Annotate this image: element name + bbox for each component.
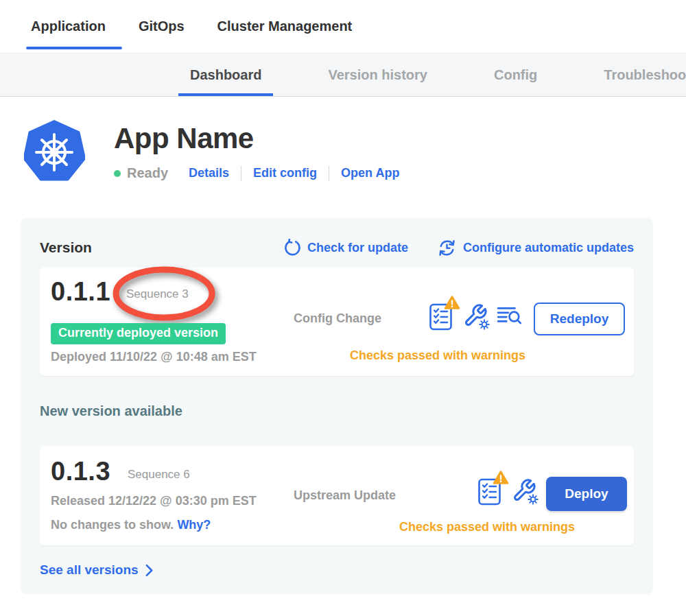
gear-icon (527, 493, 539, 506)
tab-application-label: Application (31, 19, 106, 34)
app-sub-nav: Dashboard Version history Config Trouble… (0, 53, 686, 97)
next-version-sequence: Sequence 6 (128, 468, 190, 482)
released-timestamp: Released 12/12/22 @ 03:30 pm EST (51, 494, 257, 508)
version-source-label: Upstream Update (294, 488, 396, 503)
page-title: App Name (114, 124, 399, 153)
preflight-status-text: Checks passed with warnings (399, 520, 575, 534)
preflight-checks-button[interactable] (428, 300, 454, 334)
status-dot-icon (114, 170, 121, 177)
check-for-update-link[interactable]: Check for update (283, 239, 408, 257)
configure-automatic-updates-link[interactable]: Configure automatic updates (437, 238, 634, 258)
new-version-heading: New version available (40, 403, 634, 420)
divider (241, 166, 241, 181)
tab-dashboard[interactable]: Dashboard (190, 54, 261, 96)
app-header: App Name Ready Details Edit config Open … (24, 120, 686, 183)
tab-troubleshoot-label: Troubleshoot (604, 67, 686, 83)
version-panel-header: Version Check for update (40, 237, 634, 258)
tab-version-history-label: Version history (328, 67, 427, 83)
tab-version-history[interactable]: Version history (328, 54, 427, 96)
tab-application[interactable]: Application (31, 0, 106, 53)
deployed-version-badge: Currently deployed version (51, 323, 226, 344)
next-version-number: 0.1.3 (51, 457, 110, 486)
deployed-timestamp: Deployed 11/10/22 @ 10:48 am EST (51, 350, 257, 364)
auto-update-clock-icon (437, 238, 457, 258)
see-all-versions-label: See all versions (40, 562, 139, 578)
edit-config-link[interactable]: Edit config (253, 166, 317, 180)
chevron-right-icon (145, 564, 153, 577)
current-version-number: 0.1.1 (51, 277, 110, 307)
tab-config[interactable]: Config (494, 54, 537, 96)
no-changes-text: No changes to show. Why? (51, 518, 211, 532)
tab-config-label: Config (494, 67, 537, 83)
tab-cluster-management[interactable]: Cluster Management (217, 0, 353, 53)
why-link[interactable]: Why? (177, 518, 211, 532)
current-version-card: 0.1.1 Sequence 3 Currently deployed vers… (40, 268, 634, 376)
check-for-update-label: Check for update (307, 241, 408, 255)
view-config-button[interactable] (512, 478, 536, 506)
version-source-label: Config Change (294, 311, 381, 326)
redeploy-button[interactable]: Redeploy (534, 303, 625, 335)
divider (329, 166, 329, 181)
next-version-card: 0.1.3 Sequence 6 Released 12/12/22 @ 03:… (40, 446, 634, 545)
warning-triangle-icon (493, 470, 509, 485)
version-panel: Version Check for update (21, 218, 653, 594)
configure-automatic-updates-label: Configure automatic updates (463, 241, 634, 255)
open-app-link[interactable]: Open App (341, 166, 399, 180)
details-link[interactable]: Details (189, 166, 229, 180)
status-badge: Ready (127, 165, 168, 181)
see-all-versions-link[interactable]: See all versions (40, 562, 153, 578)
tab-dashboard-label: Dashboard (190, 67, 261, 83)
view-config-button[interactable] (463, 303, 488, 331)
preflight-status-text: Checks passed with warnings (350, 348, 525, 363)
no-changes-label: No changes to show. (51, 518, 174, 532)
dashboard-main: App Name Ready Details Edit config Open … (0, 120, 686, 594)
warning-triangle-icon (444, 295, 460, 310)
view-diff-button[interactable] (497, 305, 522, 329)
preflight-checks-button[interactable] (477, 475, 503, 509)
version-panel-title: Version (40, 239, 92, 256)
diff-files-icon (497, 305, 522, 327)
tab-gitops-label: GitOps (139, 19, 185, 34)
app-header-text: App Name Ready Details Edit config Open … (114, 120, 399, 183)
version-action-icons (477, 475, 536, 509)
top-nav: Application GitOps Cluster Management (0, 0, 686, 53)
app-status-row: Ready Details Edit config Open App (114, 165, 399, 181)
deploy-button[interactable]: Deploy (546, 477, 627, 511)
tab-troubleshoot[interactable]: Troubleshoot (604, 54, 686, 96)
tab-gitops[interactable]: GitOps (139, 0, 185, 53)
current-version-sequence: Sequence 3 (126, 287, 189, 301)
tab-cluster-management-label: Cluster Management (217, 19, 353, 34)
version-panel-actions: Check for update Configure automatic upd… (283, 238, 634, 258)
version-action-icons (428, 300, 522, 334)
gear-icon (478, 318, 490, 331)
refresh-icon (283, 239, 301, 257)
kubernetes-logo (24, 120, 85, 183)
